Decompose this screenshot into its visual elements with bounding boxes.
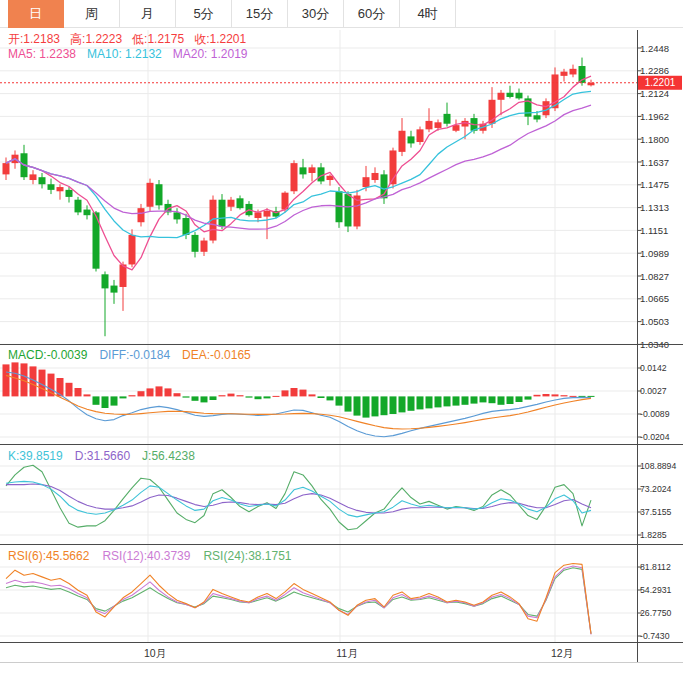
svg-text:1.2201: 1.2201 bbox=[645, 77, 676, 88]
svg-text:-0.7430: -0.7430 bbox=[640, 631, 670, 641]
ma10-value: MA10: 1.2132 bbox=[87, 47, 162, 61]
rsi12-value: RSI(12):40.3739 bbox=[102, 549, 190, 563]
rsi24-value: RSI(24):38.1751 bbox=[203, 549, 291, 563]
svg-text:54.2931: 54.2931 bbox=[640, 585, 672, 595]
ma5-value: MA5: 1.2238 bbox=[8, 47, 76, 61]
svg-text:1.0503: 1.0503 bbox=[640, 316, 669, 327]
svg-text:1.1151: 1.1151 bbox=[640, 225, 668, 236]
svg-text:-0.0089: -0.0089 bbox=[640, 409, 670, 419]
svg-text:11月: 11月 bbox=[336, 647, 357, 659]
ma20-value: MA20: 1.2019 bbox=[173, 47, 248, 61]
svg-text:1.0665: 1.0665 bbox=[640, 293, 669, 304]
k-value: K:39.8519 bbox=[8, 449, 63, 463]
svg-text:1.2448: 1.2448 bbox=[640, 43, 669, 54]
rsi-panel bbox=[6, 563, 591, 634]
kdj-panel bbox=[6, 465, 591, 529]
candlestick-panel bbox=[0, 58, 637, 337]
svg-text:26.7750: 26.7750 bbox=[640, 608, 672, 618]
svg-text:1.0989: 1.0989 bbox=[640, 248, 669, 259]
svg-text:1.1637: 1.1637 bbox=[640, 157, 669, 168]
svg-text:0.0027: 0.0027 bbox=[640, 386, 667, 396]
ohlc-legend: 开:1.2183 高:1.2223 低:1.2175 收:1.2201 bbox=[8, 31, 246, 48]
svg-text:1.1313: 1.1313 bbox=[640, 202, 669, 213]
svg-text:1.0827: 1.0827 bbox=[640, 271, 669, 282]
last-price-badge: 1.2201 bbox=[638, 76, 682, 90]
svg-text:12月: 12月 bbox=[551, 647, 573, 659]
macd-value: MACD:-0.0039 bbox=[8, 348, 87, 362]
dea-value: DEA:-0.0165 bbox=[182, 348, 251, 362]
svg-text:0.0142: 0.0142 bbox=[640, 363, 667, 373]
svg-text:-0.0204: -0.0204 bbox=[640, 432, 670, 442]
macd-legend: MACD:-0.0039 DIFF:-0.0184 DEA:-0.0165 bbox=[8, 348, 251, 362]
svg-text:81.8112: 81.8112 bbox=[640, 562, 671, 572]
d-value: D:31.5660 bbox=[75, 449, 130, 463]
trading-chart-app: 日 周 月 5分 15分 30分 60分 4时 开:1.2183 高:1.222… bbox=[0, 0, 683, 676]
high-value: 高:1.2223 bbox=[70, 31, 122, 48]
close-value: 收:1.2201 bbox=[194, 31, 246, 48]
svg-text:108.8894: 108.8894 bbox=[640, 461, 676, 471]
month-axis: 10月11月12月 bbox=[144, 647, 573, 659]
svg-text:1.1475: 1.1475 bbox=[640, 179, 669, 190]
j-value: J:56.4238 bbox=[142, 449, 195, 463]
rsi6-value: RSI(6):45.5662 bbox=[8, 549, 89, 563]
svg-text:1.2286: 1.2286 bbox=[640, 65, 669, 76]
open-value: 开:1.2183 bbox=[8, 31, 60, 48]
chart-canvas[interactable]: 1.24481.22861.21241.19621.18001.16371.14… bbox=[0, 0, 683, 676]
svg-text:10月: 10月 bbox=[144, 647, 166, 659]
kdj-legend: K:39.8519 D:31.5660 J:56.4238 bbox=[8, 449, 195, 463]
svg-text:37.5155: 37.5155 bbox=[640, 507, 672, 517]
diff-value: DIFF:-0.0184 bbox=[99, 348, 170, 362]
svg-text:1.1962: 1.1962 bbox=[640, 111, 669, 122]
macd-panel bbox=[3, 362, 595, 436]
ma-legend: MA5: 1.2238 MA10: 1.2132 MA20: 1.2019 bbox=[8, 47, 247, 61]
panel-borders bbox=[0, 30, 683, 663]
svg-text:1.1800: 1.1800 bbox=[640, 134, 669, 145]
price-axis-labels: 1.24481.22861.21241.19621.18001.16371.14… bbox=[638, 43, 677, 642]
rsi-legend: RSI(6):45.5662 RSI(12):40.3739 RSI(24):3… bbox=[8, 549, 292, 563]
svg-text:1.8285: 1.8285 bbox=[640, 530, 667, 540]
low-value: 低:1.2175 bbox=[132, 31, 184, 48]
svg-text:73.2024: 73.2024 bbox=[640, 484, 672, 494]
